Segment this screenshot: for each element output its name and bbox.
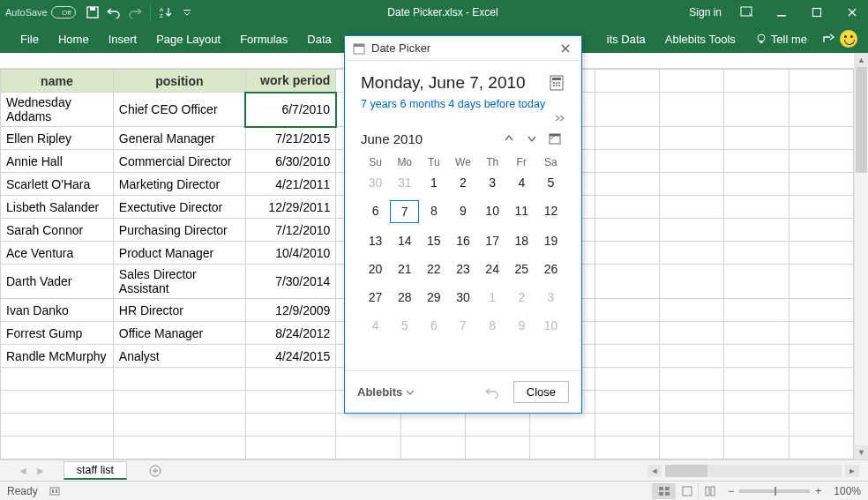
cell-name[interactable] bbox=[1, 437, 114, 459]
cell-position[interactable]: Sales Director Assistant bbox=[113, 265, 245, 299]
calendar-day[interactable]: 23 bbox=[448, 258, 477, 280]
calendar-day[interactable]: 13 bbox=[361, 230, 390, 251]
cell[interactable] bbox=[789, 437, 853, 459]
cell[interactable] bbox=[595, 242, 659, 265]
calendar-day[interactable]: 22 bbox=[419, 258, 448, 280]
cell[interactable] bbox=[595, 322, 659, 345]
cell[interactable] bbox=[660, 219, 724, 242]
calendar-day[interactable]: 5 bbox=[536, 172, 565, 193]
calendar-day[interactable]: 10 bbox=[478, 200, 507, 223]
cell[interactable] bbox=[595, 368, 659, 391]
cell-name[interactable]: Ivan Danko bbox=[1, 299, 114, 322]
calendar-day[interactable]: 11 bbox=[507, 200, 536, 223]
cell[interactable] bbox=[336, 414, 400, 437]
date-picker-titlebar[interactable]: Date Picker bbox=[345, 36, 581, 61]
cell[interactable] bbox=[789, 173, 853, 196]
cell[interactable] bbox=[724, 265, 789, 299]
cell[interactable] bbox=[724, 196, 789, 219]
calendar-day[interactable]: 16 bbox=[448, 230, 477, 251]
cell[interactable] bbox=[660, 437, 724, 459]
calendar-day[interactable]: 24 bbox=[478, 258, 507, 280]
zoom-out-icon[interactable]: − bbox=[728, 485, 734, 497]
calendar-day[interactable]: 1 bbox=[478, 287, 507, 308]
scroll-left-icon[interactable]: ◄ bbox=[647, 465, 662, 477]
cell[interactable] bbox=[660, 322, 724, 345]
calendar-day[interactable]: 8 bbox=[419, 200, 448, 223]
calendar-day[interactable]: 26 bbox=[536, 258, 565, 280]
calendar-day[interactable]: 14 bbox=[390, 230, 419, 251]
calendar-day[interactable]: 28 bbox=[390, 287, 419, 308]
cell[interactable] bbox=[660, 391, 724, 414]
cell-work-period[interactable] bbox=[245, 391, 335, 414]
cell-name[interactable] bbox=[1, 391, 114, 414]
cell-work-period[interactable]: 7/21/2015 bbox=[245, 127, 335, 150]
cell[interactable] bbox=[660, 127, 724, 150]
cell[interactable] bbox=[724, 70, 789, 93]
view-page-layout-icon[interactable] bbox=[675, 483, 698, 499]
calendar-day[interactable]: 29 bbox=[419, 287, 448, 308]
tab-data[interactable]: Data bbox=[297, 25, 340, 53]
qat-customize-icon[interactable] bbox=[177, 3, 197, 22]
tab-ablebits-data[interactable]: its Data bbox=[597, 25, 655, 53]
cell[interactable] bbox=[724, 93, 789, 127]
cell[interactable] bbox=[595, 196, 659, 219]
calendar-day[interactable]: 7 bbox=[390, 200, 419, 223]
minimize-icon[interactable] bbox=[771, 2, 792, 23]
cell[interactable] bbox=[660, 368, 724, 391]
cell-work-period[interactable]: 12/9/2009 bbox=[245, 299, 335, 322]
zoom-slider[interactable] bbox=[739, 489, 810, 493]
cell-name[interactable]: Darth Vader bbox=[1, 265, 114, 299]
cell[interactable] bbox=[789, 322, 853, 345]
ribbon-options-icon[interactable] bbox=[736, 2, 757, 23]
cell[interactable] bbox=[595, 127, 659, 150]
cell[interactable] bbox=[660, 70, 724, 93]
today-icon[interactable] bbox=[544, 128, 565, 149]
calendar-day[interactable]: 12 bbox=[536, 200, 565, 223]
cell[interactable] bbox=[400, 437, 465, 459]
scroll-up-icon[interactable]: ▲ bbox=[855, 53, 868, 67]
vertical-scrollbar[interactable]: ▲ ▼ bbox=[854, 53, 868, 459]
sheet-nav-prev-icon[interactable]: ◄ bbox=[18, 465, 28, 477]
cell[interactable] bbox=[724, 173, 789, 196]
cell[interactable] bbox=[724, 391, 789, 414]
calendar-day[interactable]: 17 bbox=[478, 230, 507, 251]
cell-name[interactable]: Annie Hall bbox=[1, 150, 114, 173]
calendar-day[interactable]: 15 bbox=[419, 230, 448, 251]
cell-name[interactable]: Randle McMurphy bbox=[1, 345, 114, 368]
share-icon[interactable] bbox=[817, 32, 840, 46]
calendar-day[interactable]: 20 bbox=[361, 258, 390, 280]
autosave-switch[interactable]: Off bbox=[51, 6, 76, 19]
cell[interactable] bbox=[724, 322, 789, 345]
calendar-day[interactable]: 4 bbox=[507, 172, 536, 193]
feedback-smiley-icon[interactable] bbox=[840, 30, 857, 48]
cell-work-period[interactable] bbox=[245, 414, 335, 437]
cell[interactable] bbox=[724, 368, 789, 391]
cell[interactable] bbox=[595, 265, 659, 299]
cell[interactable] bbox=[660, 414, 724, 437]
cell-work-period[interactable]: 8/24/2012 bbox=[245, 322, 335, 345]
cell-name[interactable] bbox=[1, 414, 114, 437]
cell[interactable] bbox=[660, 196, 724, 219]
view-normal-icon[interactable] bbox=[652, 483, 675, 499]
cell-work-period[interactable]: 12/29/2011 bbox=[245, 196, 335, 219]
sheet-tab-staff-list[interactable]: staff list bbox=[64, 461, 127, 480]
cell[interactable] bbox=[660, 150, 724, 173]
cell[interactable] bbox=[724, 345, 789, 368]
calendar-day[interactable]: 19 bbox=[536, 230, 565, 251]
cell[interactable] bbox=[530, 414, 595, 437]
cell[interactable] bbox=[595, 391, 659, 414]
cell[interactable] bbox=[595, 437, 659, 459]
close-button[interactable]: Close bbox=[513, 381, 569, 403]
cell-work-period[interactable]: 7/12/2010 bbox=[245, 219, 335, 242]
cell[interactable] bbox=[595, 173, 659, 196]
cell-position[interactable] bbox=[113, 414, 245, 437]
tab-ablebits-tools[interactable]: Ablebits Tools bbox=[655, 25, 745, 53]
calendar-day[interactable]: 31 bbox=[390, 172, 419, 193]
cell[interactable] bbox=[724, 150, 789, 173]
cell-work-period[interactable]: 7/30/2014 bbox=[245, 265, 335, 299]
cell-work-period[interactable]: 4/21/2011 bbox=[245, 173, 335, 196]
cell[interactable] bbox=[789, 219, 853, 242]
cell[interactable] bbox=[789, 299, 853, 322]
horizontal-scrollbar[interactable]: ◄ ► bbox=[166, 465, 868, 477]
calendar-day[interactable]: 6 bbox=[361, 200, 390, 223]
